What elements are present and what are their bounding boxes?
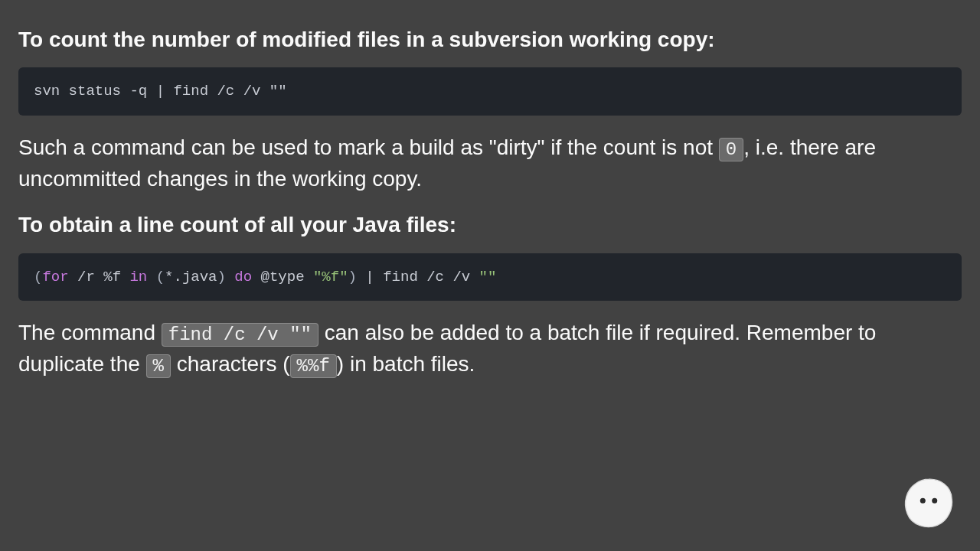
svg-point-0 <box>920 498 926 504</box>
codeblock-java-linecount: (for /r %f in (*.java) do @type "%f") | … <box>18 253 962 302</box>
code-text: *.java <box>165 269 217 285</box>
svg-point-1 <box>932 498 937 504</box>
code-text: /r %f <box>69 269 130 285</box>
code-string: "" <box>479 269 497 285</box>
inline-code-percent: % <box>146 354 171 378</box>
code-keyword-for: for <box>42 269 68 285</box>
heading-java-linecount: To obtain a line count of all your Java … <box>18 211 962 239</box>
inline-code-find: find /c /v "" <box>162 323 318 347</box>
inline-code-zero: 0 <box>719 138 743 161</box>
text: ) in batch files. <box>337 352 475 376</box>
codeblock-svn-count: svn status -q | find /c /v "" <box>18 67 962 116</box>
inline-code-percent-f: %%f <box>290 354 337 378</box>
code-text: ) <box>217 269 226 285</box>
code-text <box>147 269 155 285</box>
code-text: | find /c /v <box>357 269 479 285</box>
paragraph-batch-file: The command find /c /v "" can also be ad… <box>18 318 962 380</box>
paragraph-dirty-build: Such a command can be used to mark a bui… <box>18 132 962 194</box>
code-keyword-do: do <box>234 269 252 285</box>
code-string: "%f" <box>313 269 348 285</box>
code-text <box>226 269 234 285</box>
code-text: @type <box>252 269 313 285</box>
code-text: ( <box>34 269 42 285</box>
heading-svn-count: To count the number of modified files in… <box>18 26 962 54</box>
avatar-blob-icon <box>902 476 956 530</box>
text: Such a command can be used to mark a bui… <box>18 135 719 159</box>
code-text: ( <box>156 269 165 285</box>
code-text: ) <box>348 269 357 285</box>
code-keyword-in: in <box>129 269 147 285</box>
text: The command <box>18 321 162 344</box>
code-text: svn status -q | find /c /v "" <box>34 83 287 99</box>
text: characters ( <box>171 352 290 376</box>
